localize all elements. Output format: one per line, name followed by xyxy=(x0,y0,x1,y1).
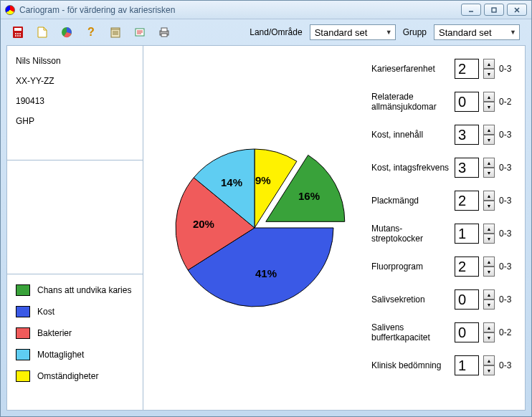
svg-point-10 xyxy=(17,35,19,37)
svg-rect-1 xyxy=(492,8,496,12)
spin-down-button[interactable]: ▼ xyxy=(483,365,495,375)
param-row: Kost, intagsfrekvens3▲▼0-3 xyxy=(371,155,519,181)
param-label: Karieserfarenhet xyxy=(371,64,450,74)
pie-slice-label: 20% xyxy=(193,218,214,230)
param-value-input[interactable]: 1 xyxy=(455,224,479,244)
legend-item: Bakterier xyxy=(16,327,134,339)
spin-down-button[interactable]: ▼ xyxy=(483,332,495,342)
legend-swatch xyxy=(16,284,30,296)
content-area: Nils Nilsson XX-YY-ZZ 190413 GHP Chans a… xyxy=(6,45,526,411)
param-label: Klinisk bedömning xyxy=(371,360,450,370)
grupp-dropdown[interactable]: Standard set xyxy=(434,24,520,40)
spin-down-button[interactable]: ▼ xyxy=(483,234,495,244)
legend-swatch xyxy=(16,327,30,339)
param-value-input[interactable]: 1 xyxy=(455,355,479,375)
spin-down-button[interactable]: ▼ xyxy=(483,299,495,310)
param-range: 0-3 xyxy=(499,262,519,272)
param-value-input[interactable]: 3 xyxy=(455,125,479,145)
svg-rect-5 xyxy=(14,28,22,31)
param-row: Salivens buffertkapacitet0▲▼0-2 xyxy=(371,320,519,345)
param-label: Salivsekretion xyxy=(371,294,450,305)
spin-down-button[interactable]: ▼ xyxy=(483,201,495,211)
param-label: Kost, intagsfrekvens xyxy=(371,163,450,173)
app-icon xyxy=(5,5,15,15)
spin-up-button[interactable]: ▲ xyxy=(483,92,495,102)
param-spinner: ▲▼ xyxy=(483,191,495,211)
spin-down-button[interactable]: ▼ xyxy=(483,69,495,79)
settings-icon[interactable] xyxy=(134,27,146,38)
legend-item: Chans att undvika karies xyxy=(16,284,134,296)
patient-code: XX-YY-ZZ xyxy=(16,76,134,86)
minimize-button[interactable] xyxy=(461,4,481,16)
param-label: Mutans-streptokocker xyxy=(371,224,450,244)
param-value-input[interactable]: 3 xyxy=(455,158,479,178)
chart-area: 9%16%41%20%14% xyxy=(143,46,366,410)
patient-name: Nils Nilsson xyxy=(16,56,134,66)
notes-icon[interactable] xyxy=(110,27,121,38)
param-row: Plackmängd2▲▼0-3 xyxy=(371,188,519,214)
left-spacer xyxy=(7,160,143,274)
param-value-input[interactable]: 0 xyxy=(455,92,479,112)
spin-down-button[interactable]: ▼ xyxy=(483,135,495,145)
spin-up-button[interactable]: ▲ xyxy=(483,257,495,267)
spin-down-button[interactable]: ▼ xyxy=(483,267,495,277)
param-range: 0-2 xyxy=(499,327,519,337)
spin-down-button[interactable]: ▼ xyxy=(483,102,495,112)
spin-down-button[interactable]: ▼ xyxy=(483,168,495,178)
param-spinner: ▲▼ xyxy=(483,289,495,310)
param-row: Klinisk bedömning1▲▼0-3 xyxy=(371,353,519,378)
param-value-input[interactable]: 2 xyxy=(455,191,479,211)
param-range: 0-3 xyxy=(499,163,519,173)
land-dropdown[interactable]: Standard set xyxy=(310,24,396,40)
new-file-icon[interactable] xyxy=(37,27,48,38)
spin-up-button[interactable]: ▲ xyxy=(483,289,495,299)
legend-swatch xyxy=(16,370,30,382)
legend-swatch xyxy=(16,349,30,360)
param-value-input[interactable]: 2 xyxy=(455,59,479,79)
pie-slice-label: 41% xyxy=(255,267,277,279)
spin-up-button[interactable]: ▲ xyxy=(483,224,495,234)
param-row: Karieserfarenhet2▲▼0-3 xyxy=(371,56,519,82)
param-value-input[interactable]: 0 xyxy=(455,322,479,342)
param-range: 0-2 xyxy=(499,97,519,107)
land-dropdown-value: Standard set xyxy=(315,27,368,38)
legend-swatch xyxy=(16,306,30,317)
svg-point-6 xyxy=(15,33,16,34)
close-button[interactable] xyxy=(507,4,527,16)
param-label: Kost, innehåll xyxy=(371,130,450,140)
param-label: Relaterade allmänsjukdomar xyxy=(371,92,450,112)
param-range: 0-3 xyxy=(499,196,519,206)
spin-up-button[interactable]: ▲ xyxy=(483,59,495,69)
patient-group: GHP xyxy=(16,116,134,126)
param-value-input[interactable]: 2 xyxy=(455,257,479,277)
svg-rect-21 xyxy=(161,34,167,37)
legend-label: Chans att undvika karies xyxy=(37,285,131,295)
param-value-input[interactable]: 0 xyxy=(455,289,479,310)
spin-up-button[interactable]: ▲ xyxy=(483,322,495,332)
maximize-button[interactable] xyxy=(484,4,504,16)
param-row: Kost, innehåll3▲▼0-3 xyxy=(371,122,519,148)
param-range: 0-3 xyxy=(499,294,519,305)
param-spinner: ▲▼ xyxy=(483,355,495,375)
legend-item: Omständigheter xyxy=(16,370,134,382)
param-range: 0-3 xyxy=(499,130,519,140)
param-spinner: ▲▼ xyxy=(483,322,495,342)
param-range: 0-3 xyxy=(499,360,519,370)
calculator-icon[interactable] xyxy=(12,27,24,38)
legend-label: Omständigheter xyxy=(37,371,98,381)
param-spinner: ▲▼ xyxy=(483,158,495,178)
app-window: Cariogram - för värdering av kariesriske… xyxy=(0,0,532,417)
param-label: Fluorprogram xyxy=(371,262,450,272)
spin-up-button[interactable]: ▲ xyxy=(483,125,495,135)
pie-chart-icon[interactable] xyxy=(61,27,72,38)
print-icon[interactable] xyxy=(158,27,170,38)
param-range: 0-3 xyxy=(499,64,519,74)
spin-up-button[interactable]: ▲ xyxy=(483,191,495,201)
spin-up-button[interactable]: ▲ xyxy=(483,355,495,365)
param-row: Salivsekretion0▲▼0-3 xyxy=(371,287,519,312)
spin-up-button[interactable]: ▲ xyxy=(483,158,495,168)
param-spinner: ▲▼ xyxy=(483,257,495,277)
help-icon[interactable]: ? xyxy=(85,27,97,38)
pie-slice-label: 9% xyxy=(255,174,271,186)
svg-point-9 xyxy=(15,35,16,37)
